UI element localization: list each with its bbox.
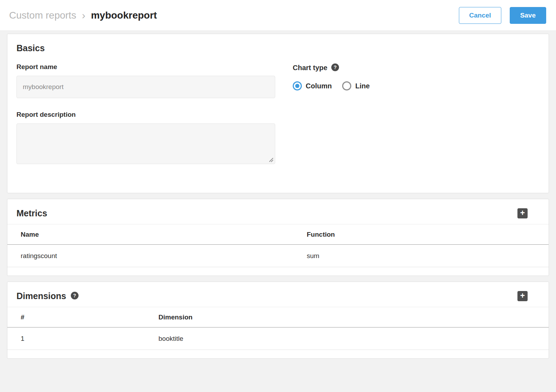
header-actions: Cancel Save	[459, 7, 546, 24]
metrics-card-header-left: Metrics	[16, 208, 47, 218]
dimensions-table-header-row: # Dimension	[7, 307, 549, 327]
basics-right-column: Chart type ? Column Line	[293, 63, 370, 165]
plus-icon: +	[520, 292, 525, 300]
chart-type-option-column-label: Column	[306, 82, 332, 90]
chevron-right-icon: ›	[82, 10, 85, 21]
radio-unselected-icon[interactable]	[342, 81, 351, 90]
breadcrumb-current-report-name: mybookreport	[91, 10, 157, 21]
table-row[interactable]: 1 booktitle	[7, 327, 549, 350]
dimensions-card-header: Dimensions ? +	[7, 282, 549, 307]
report-description-wrap	[16, 123, 275, 165]
dimensions-table: # Dimension 1 booktitle	[7, 307, 549, 350]
metrics-title: Metrics	[16, 208, 47, 218]
basics-grid: Report name Report description Chart typ…	[16, 63, 540, 165]
basics-card: Basics Report name Report description Ch…	[7, 34, 549, 193]
chart-type-option-line[interactable]: Line	[342, 81, 369, 90]
report-description-label: Report description	[16, 111, 275, 119]
dimensions-help-icon[interactable]: ?	[71, 292, 79, 299]
report-name-input[interactable]	[16, 76, 275, 98]
custom-report-editor-page: Custom reports › mybookreport Cancel Sav…	[0, 0, 556, 373]
main-content: Basics Report name Report description Ch…	[0, 31, 556, 373]
chart-type-header: Chart type ?	[293, 64, 370, 72]
table-row[interactable]: ratingscount sum	[7, 245, 549, 267]
metric-function-cell: sum	[293, 245, 549, 267]
chart-type-label: Chart type	[293, 64, 327, 72]
metrics-card: Metrics + Name Function ratingscount	[7, 199, 549, 276]
dimensions-card: Dimensions ? + # Dimension 1	[7, 282, 549, 359]
breadcrumb-custom-reports-link[interactable]: Custom reports	[9, 10, 76, 21]
dimensions-title: Dimensions	[16, 291, 66, 301]
resize-handle-icon[interactable]	[269, 157, 273, 162]
add-dimension-button[interactable]: +	[517, 291, 528, 301]
metrics-column-name: Name	[7, 224, 293, 245]
report-name-label: Report name	[16, 63, 275, 71]
metrics-column-function: Function	[293, 224, 549, 245]
chart-type-options: Column Line	[293, 81, 370, 90]
chart-type-option-column[interactable]: Column	[293, 81, 332, 90]
dimension-index-cell: 1	[7, 327, 145, 350]
dimension-name-cell: booktitle	[145, 327, 549, 350]
breadcrumb: Custom reports › mybookreport	[9, 10, 157, 21]
report-description-textarea[interactable]	[16, 123, 275, 164]
chart-type-help-icon[interactable]: ?	[331, 63, 339, 71]
metrics-card-header: Metrics +	[7, 199, 549, 224]
radio-selected-icon[interactable]	[293, 81, 302, 90]
add-metric-button[interactable]: +	[517, 208, 528, 218]
plus-icon: +	[520, 209, 525, 217]
dimensions-column-index: #	[7, 307, 145, 327]
metrics-table: Name Function ratingscount sum	[7, 224, 549, 267]
basics-title: Basics	[16, 43, 540, 53]
dimensions-column-dimension: Dimension	[145, 307, 549, 327]
cancel-button[interactable]: Cancel	[459, 7, 501, 24]
chart-type-option-line-label: Line	[355, 82, 369, 90]
dimensions-card-header-left: Dimensions ?	[16, 291, 79, 301]
metrics-table-header-row: Name Function	[7, 224, 549, 245]
basics-left-column: Report name Report description	[16, 63, 275, 165]
save-button[interactable]: Save	[510, 7, 546, 24]
metric-name-cell: ratingscount	[7, 245, 293, 267]
top-header: Custom reports › mybookreport Cancel Sav…	[0, 0, 556, 31]
